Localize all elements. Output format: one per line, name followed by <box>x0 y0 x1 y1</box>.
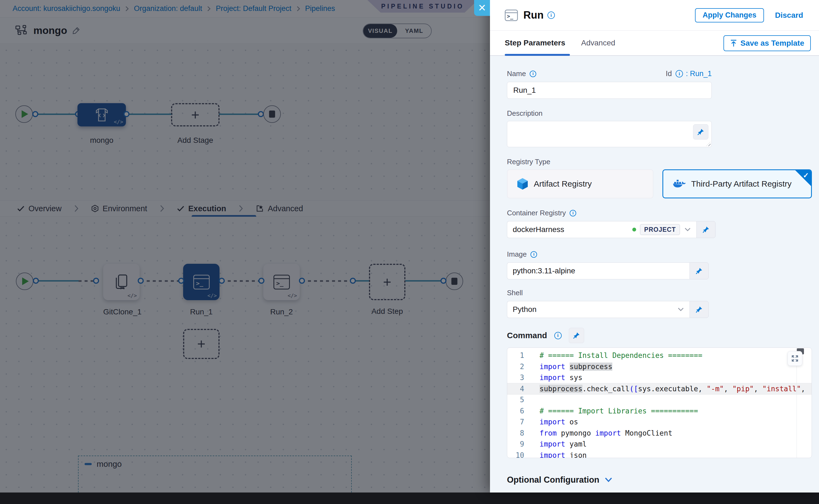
image-pin-button[interactable] <box>690 262 709 279</box>
info-icon[interactable] <box>548 11 555 19</box>
code-line: 9import yaml <box>507 439 812 450</box>
command-code-editor[interactable]: 1# ====== Install Dependencies ========2… <box>507 347 812 458</box>
shell-group: Python <box>507 301 812 318</box>
line-number: 8 <box>507 428 524 439</box>
drawer-title: Run <box>523 9 544 21</box>
line-number: 1 <box>507 350 524 361</box>
tab-step-parameters[interactable]: Step Parameters <box>505 39 565 47</box>
info-icon[interactable] <box>530 71 536 77</box>
drawer-header: >_ Run Apply Changes Discard <box>490 0 819 31</box>
command-pin-button[interactable] <box>569 328 584 343</box>
apply-changes-button[interactable]: Apply Changes <box>695 8 764 22</box>
pin-icon <box>573 332 580 339</box>
artifact-registry-icon <box>517 178 528 190</box>
pin-icon <box>702 226 710 233</box>
info-icon[interactable] <box>676 70 683 77</box>
modal-dim-overlay <box>0 0 490 493</box>
optional-configuration-toggle[interactable]: Optional Configuration <box>507 475 812 485</box>
discard-button[interactable]: Discard <box>775 11 803 20</box>
code-line: 7import os <box>507 416 812 428</box>
code-lines: 1# ====== Install Dependencies ========2… <box>507 350 812 456</box>
info-icon[interactable] <box>531 251 537 258</box>
pipeline-studio-background: Account: kurosakiichigo.songoku Organiza… <box>0 0 490 493</box>
name-row: Name Id : Run_1 <box>507 69 712 78</box>
image-group: python:3.11-alpine <box>507 262 812 279</box>
line-number: 5 <box>507 394 524 405</box>
line-number: 4 <box>507 383 524 395</box>
step-parameters-form: Name Id : Run_1 Run_1 Description Regist… <box>490 56 819 493</box>
docker-whale-icon <box>673 179 686 189</box>
step-config-drawer: ✕ >_ Run Apply Changes Discard Step Para… <box>490 0 819 493</box>
code-line: 4subprocess.check_call([sys.executable, … <box>507 383 812 395</box>
container-registry-group: dockerHarness PROJECT <box>507 221 812 238</box>
save-as-template-button[interactable]: Save as Template <box>724 35 811 51</box>
registry-type-label: Registry Type <box>507 158 812 166</box>
chevron-down-icon <box>604 477 613 483</box>
description-textarea[interactable] <box>507 121 712 147</box>
check-icon: ✓ <box>803 171 809 180</box>
connector-status-dot <box>632 228 636 231</box>
step-id: Id : Run_1 <box>666 69 712 78</box>
line-number: 2 <box>507 361 524 372</box>
container-registry-pin-button[interactable] <box>696 221 716 238</box>
close-icon: ✕ <box>478 2 486 14</box>
upload-icon <box>730 39 737 47</box>
artifact-registry-card[interactable]: Artifact Registry <box>507 169 653 198</box>
name-label: Name <box>507 69 536 78</box>
scope-badge: PROJECT <box>640 224 680 235</box>
info-icon[interactable] <box>570 210 576 216</box>
description-field-wrap <box>507 121 712 147</box>
chevron-down-icon[interactable] <box>678 307 684 312</box>
code-line: 6# ====== Import Libraries =========== <box>507 405 812 417</box>
drawer-tab-bar: Step Parameters Advanced Save as Templat… <box>490 31 819 56</box>
pin-icon <box>696 306 703 313</box>
line-number: 10 <box>507 450 524 458</box>
registry-type-cards: Artifact Registry Third-Party Artifact R… <box>507 169 812 198</box>
shell-select[interactable]: Python <box>507 301 690 318</box>
image-input[interactable]: python:3.11-alpine <box>507 262 690 279</box>
container-registry-input[interactable]: dockerHarness PROJECT <box>507 221 696 238</box>
pin-icon <box>697 128 704 135</box>
code-line: 3import sys <box>507 372 812 383</box>
code-line: 5 <box>507 394 812 405</box>
description-label: Description <box>507 109 812 118</box>
code-line: 10import json <box>507 450 812 458</box>
command-row: Command <box>507 328 812 343</box>
code-line: 1# ====== Install Dependencies ======== <box>507 350 812 361</box>
shell-label: Shell <box>507 289 812 297</box>
container-registry-label: Container Registry <box>507 209 812 217</box>
third-party-registry-card[interactable]: Third-Party Artifact Registry ✓ <box>662 169 812 198</box>
line-number: 9 <box>507 439 524 450</box>
name-input[interactable]: Run_1 <box>507 82 712 99</box>
active-tab-underline <box>505 54 570 56</box>
line-number: 3 <box>507 372 524 383</box>
close-drawer-button[interactable]: ✕ <box>474 0 490 16</box>
run-step-icon: >_ <box>505 10 518 21</box>
expand-editor-button[interactable] <box>788 351 802 366</box>
description-pin-button[interactable] <box>693 124 708 140</box>
line-number: 7 <box>507 416 524 428</box>
command-label: Command <box>507 331 562 340</box>
fullscreen-icon <box>791 355 799 362</box>
info-icon[interactable] <box>554 332 562 339</box>
pin-icon <box>696 267 703 274</box>
line-number: 6 <box>507 405 524 417</box>
code-line: 2import subprocess <box>507 361 812 372</box>
shell-pin-button[interactable] <box>690 301 709 318</box>
step-id-value: : Run_1 <box>686 69 712 78</box>
image-label: Image <box>507 250 812 259</box>
code-line: 8from pymongo import MongoClient <box>507 428 812 439</box>
tab-advanced-drawer[interactable]: Advanced <box>581 39 615 47</box>
chevron-down-icon[interactable] <box>684 227 691 232</box>
